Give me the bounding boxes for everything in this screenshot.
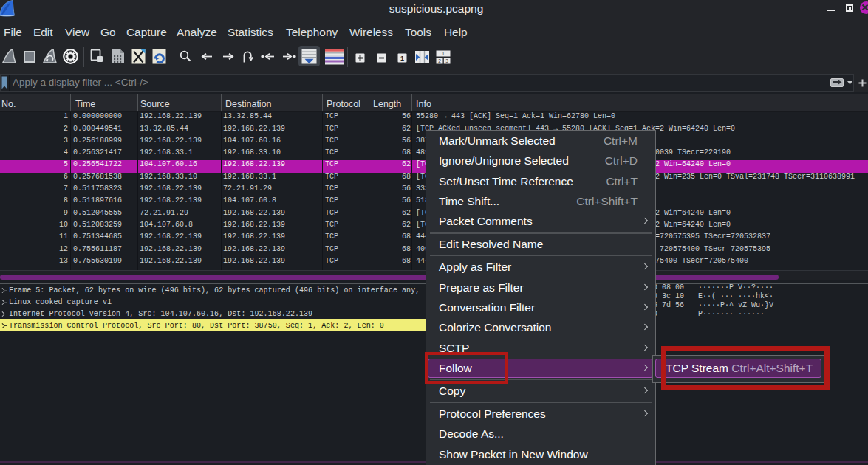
svg-text:3: 3 (445, 58, 448, 63)
svg-text:1: 1 (400, 55, 404, 62)
svg-text:1: 1 (442, 51, 445, 56)
svg-text:2: 2 (438, 58, 441, 63)
